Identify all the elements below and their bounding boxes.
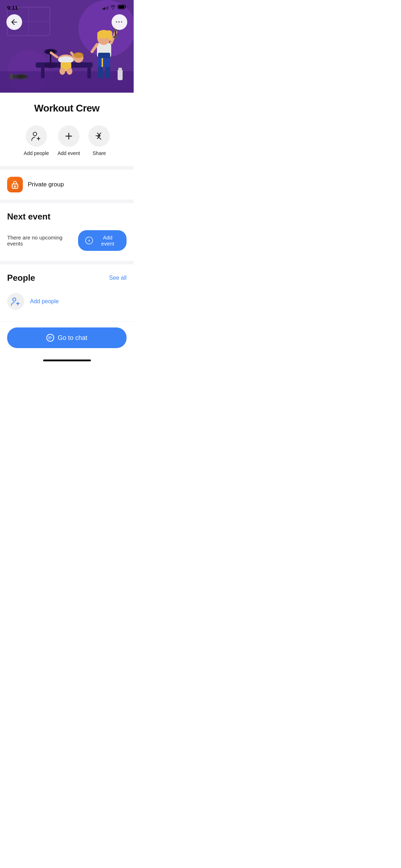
status-time: 9:11 [7, 5, 18, 11]
add-people-action[interactable]: Add people [24, 125, 49, 156]
private-group-row: Private group [0, 170, 134, 200]
bottom-bar: Go to chat [0, 321, 134, 357]
add-people-label: Add people [24, 150, 49, 156]
actions-row: Add people Add event Share [0, 123, 134, 166]
home-bar [43, 360, 91, 361]
no-events-text: There are no upcoming events [7, 234, 78, 247]
go-to-chat-button[interactable]: Go to chat [7, 327, 127, 348]
home-indicator [0, 357, 134, 363]
status-bar: 9:11 [0, 0, 134, 13]
svg-point-47 [16, 75, 26, 78]
section-divider-1 [0, 166, 134, 170]
people-header: People See all [7, 273, 127, 283]
svg-point-35 [113, 36, 118, 38]
svg-rect-1 [118, 5, 124, 9]
add-event-btn-label: Add event [96, 234, 119, 247]
add-people-icon-circle [26, 125, 47, 147]
next-event-header: Next event [7, 212, 127, 222]
go-to-chat-label: Go to chat [58, 334, 87, 342]
add-people-row[interactable]: Add people [7, 289, 127, 314]
svg-rect-27 [98, 57, 110, 67]
add-event-label: Add event [57, 150, 80, 156]
see-all-button[interactable]: See all [109, 275, 127, 281]
svg-point-15 [44, 62, 57, 68]
share-action[interactable]: Share [88, 125, 110, 156]
add-people-link-text: Add people [30, 298, 59, 305]
svg-rect-45 [118, 68, 122, 71]
svg-point-40 [105, 30, 112, 36]
next-event-section: Next event There are no upcoming events … [0, 200, 134, 261]
status-icons [103, 4, 127, 11]
group-name: Workout Crew [7, 103, 127, 114]
svg-rect-42 [10, 74, 13, 79]
signal-icon [103, 6, 109, 10]
people-title: People [7, 273, 35, 283]
wifi-icon [110, 4, 116, 11]
svg-rect-44 [118, 69, 123, 80]
svg-point-24 [73, 52, 83, 58]
private-group-text: Private group [28, 181, 64, 188]
svg-point-21 [60, 68, 65, 75]
svg-rect-10 [41, 68, 45, 78]
hero-navigation: ··· [0, 14, 134, 30]
add-event-button[interactable]: + Add event [78, 230, 127, 251]
no-events-row: There are no upcoming events + Add event [7, 227, 127, 254]
content-area: Workout Crew Add people Add event [0, 93, 134, 363]
share-icon-circle [88, 125, 110, 147]
add-people-person-icon [7, 293, 24, 310]
group-title-section: Workout Crew [0, 93, 134, 123]
plus-circle-icon: + [85, 237, 93, 244]
svg-rect-28 [102, 57, 103, 67]
lock-icon-container [7, 177, 23, 192]
hero-image: ··· [0, 0, 134, 93]
add-event-icon-circle [58, 125, 79, 147]
add-event-action[interactable]: Add event [57, 125, 80, 156]
svg-rect-30 [98, 53, 110, 58]
people-section: People See all Add people [0, 261, 134, 321]
svg-point-22 [67, 68, 72, 75]
svg-rect-11 [87, 68, 91, 78]
share-label: Share [93, 150, 106, 156]
next-event-title: Next event [7, 212, 50, 222]
svg-rect-38 [97, 32, 100, 39]
back-button[interactable] [6, 14, 22, 30]
more-options-button[interactable]: ··· [112, 14, 127, 30]
battery-icon [118, 4, 127, 11]
